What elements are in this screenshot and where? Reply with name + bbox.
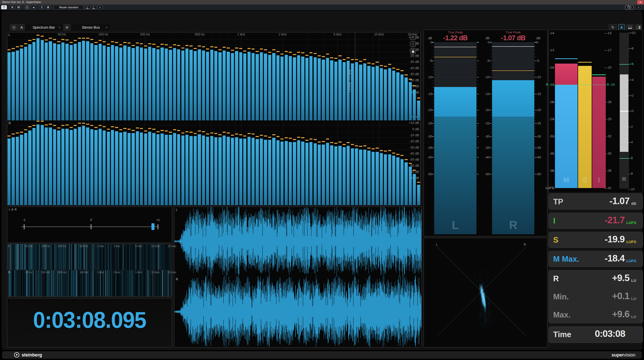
meter-tick bbox=[491, 128, 492, 129]
meter-tick bbox=[477, 70, 478, 71]
spectrum-bar bbox=[165, 49, 168, 120]
meter-tick bbox=[491, 74, 492, 74]
peak-hold-dash bbox=[400, 70, 404, 71]
peak-hold-dash bbox=[285, 51, 288, 52]
peak-hold-dash bbox=[338, 142, 341, 143]
loudness-scale-label: -29 bbox=[533, 117, 554, 121]
auto-button[interactable]: a bbox=[24, 5, 30, 9]
spectrum-bar bbox=[78, 42, 81, 120]
meter-tick bbox=[535, 57, 536, 57]
peak-hold-dash bbox=[177, 45, 180, 46]
panorama-title: L & R bbox=[9, 208, 17, 211]
module-close-icon[interactable]: × bbox=[410, 34, 416, 40]
host-menu-button[interactable]: ▼ bbox=[635, 5, 642, 9]
hold-button[interactable]: A bbox=[19, 24, 25, 31]
next-preset-button[interactable]: ▼ bbox=[91, 5, 96, 9]
peak-hold-dash bbox=[123, 128, 126, 129]
peak-hold-dash bbox=[61, 125, 64, 126]
meter-tick bbox=[433, 100, 434, 100]
loudness-tick bbox=[553, 154, 554, 154]
circle-a-icon: a bbox=[25, 6, 29, 9]
power-button[interactable] bbox=[1, 5, 7, 9]
value-unit: LUFS bbox=[626, 240, 636, 244]
peak-hold-dash bbox=[20, 46, 23, 47]
preset-menu-button[interactable]: ▼ bbox=[97, 5, 103, 9]
meter-tick bbox=[433, 70, 434, 71]
panorama-module[interactable] bbox=[7, 207, 172, 243]
range-scale-label: -6 bbox=[630, 156, 642, 160]
meter-tick bbox=[491, 113, 492, 113]
peak-hold-dash bbox=[24, 129, 27, 130]
peak-hold-dash bbox=[289, 52, 292, 53]
channel-selector[interactable]: Stereo Bus▼ bbox=[72, 24, 110, 31]
waveform-canvas bbox=[174, 207, 421, 347]
spectrum-bar bbox=[169, 50, 172, 120]
gear-icon: ⚙ bbox=[47, 6, 49, 9]
db-scale-label: 0 dB bbox=[393, 127, 419, 131]
module-selector[interactable]: Spectrum Bar▼ bbox=[25, 24, 63, 31]
spectrum-bar bbox=[115, 131, 118, 205]
spectrum-bar bbox=[74, 129, 77, 205]
spectrum-bar bbox=[148, 47, 151, 120]
meter-tick bbox=[491, 126, 492, 126]
true-peak-value: -1.22 dB bbox=[424, 34, 487, 42]
meter-tick bbox=[433, 115, 434, 115]
spectrum-bar bbox=[53, 43, 56, 120]
spectrum-bar bbox=[280, 57, 284, 120]
spectrum-bar bbox=[32, 128, 35, 205]
value-label: Time bbox=[553, 330, 571, 339]
spectrum-bar bbox=[210, 50, 213, 120]
peak-hold-dash bbox=[289, 138, 292, 139]
module-lock-icon[interactable] bbox=[410, 48, 416, 54]
snapshot-button[interactable] bbox=[625, 5, 634, 10]
plugin-settings-button[interactable]: ⚙ bbox=[45, 5, 51, 9]
value-readout: -21.7LUFS bbox=[605, 215, 636, 226]
loudness-scale-label: -17 bbox=[533, 48, 554, 52]
spectrum-bar bbox=[103, 130, 106, 205]
write-automation-button[interactable]: W bbox=[16, 5, 21, 9]
spectrum-bar bbox=[380, 153, 383, 205]
spectrum-bar bbox=[396, 72, 399, 120]
back-button[interactable]: ◀ bbox=[31, 5, 36, 9]
peak-hold-dash bbox=[276, 51, 279, 52]
peak-hold-dash bbox=[372, 148, 375, 149]
loudness-tick bbox=[605, 33, 606, 34]
insert-position-button[interactable]: ↧ bbox=[39, 5, 45, 9]
meter-tick bbox=[432, 77, 434, 77]
peak-hold-dash bbox=[57, 41, 60, 42]
pause-button[interactable] bbox=[10, 24, 18, 31]
peak-hold-dash bbox=[198, 46, 201, 47]
spectrum-bar-module[interactable] bbox=[7, 32, 421, 205]
spectrum-bar bbox=[218, 137, 221, 205]
value-card: I-21.7LUFS bbox=[548, 213, 643, 229]
peak-hold-dash bbox=[405, 159, 408, 160]
spectrum-bar bbox=[376, 152, 379, 205]
module-zoom-icon[interactable]: −+ bbox=[410, 41, 416, 47]
meter-tick bbox=[433, 121, 434, 121]
peak-hold-dash bbox=[409, 163, 412, 164]
module-settings-button[interactable]: ⚙ bbox=[64, 24, 70, 31]
title-bar[interactable]: Stereo Out: Ins. 9 - SuperVision × bbox=[0, 0, 644, 5]
meter-tick bbox=[433, 74, 434, 74]
spectrum-bar bbox=[128, 133, 131, 205]
peak-hold-dash bbox=[82, 38, 85, 39]
peak-hold-dash bbox=[173, 44, 176, 45]
meter-tick bbox=[491, 131, 492, 131]
meter-tick bbox=[491, 121, 492, 121]
previous-preset-button[interactable]: ▲ bbox=[85, 5, 90, 9]
close-icon[interactable]: × bbox=[637, 0, 643, 4]
spectrogram-left-label: L bbox=[8, 245, 10, 247]
up-arrow-icon: ▲ bbox=[86, 6, 88, 8]
layout-vertical-icon bbox=[637, 26, 640, 29]
peak-hold-dash bbox=[20, 132, 23, 133]
peak-hold-dash bbox=[65, 124, 68, 125]
peak-hold-dash bbox=[252, 49, 255, 50]
range-scale-label: -10 bbox=[630, 187, 642, 191]
meter-tick bbox=[535, 80, 536, 80]
meter-tick bbox=[535, 87, 536, 87]
spectrum-bar bbox=[152, 48, 155, 120]
preset-selector[interactable]: Master standard bbox=[54, 5, 84, 10]
window-title: Stereo Out: Ins. 9 - SuperVision bbox=[2, 1, 41, 4]
read-automation-button[interactable]: R bbox=[10, 5, 15, 9]
product-name: supervision bbox=[612, 352, 635, 358]
